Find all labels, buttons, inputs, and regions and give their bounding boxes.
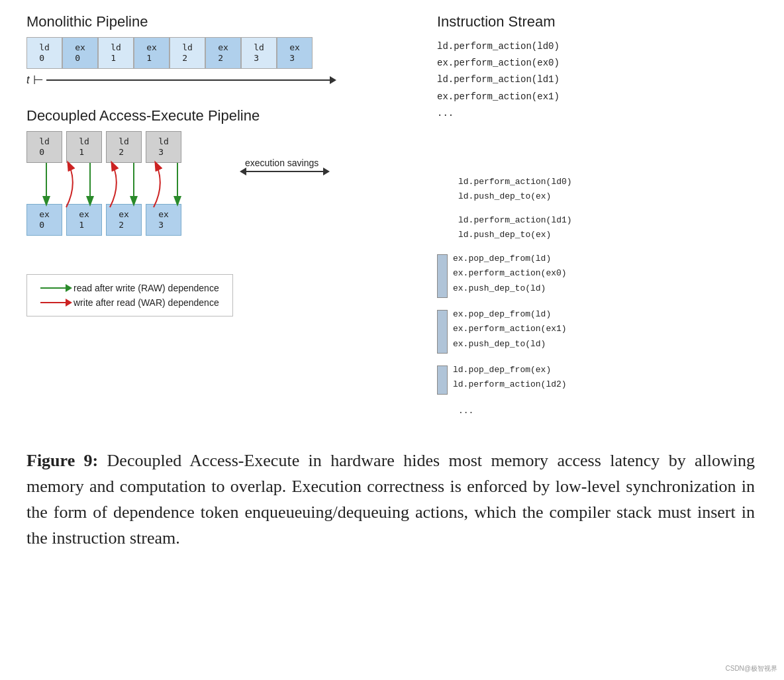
pipeline-cell-ld2: ld2: [170, 37, 205, 69]
decoupled-instr-group-4: ld.pop_dep_from(ex)ld.perform_action(ld2…: [437, 363, 758, 395]
instr-lines-5: ...: [458, 404, 473, 418]
instr-lines-1: ld.perform_action(ld1)ld.push_dep_to(ex): [458, 213, 572, 242]
instr-line: ld.perform_action(ld1): [458, 213, 572, 228]
instruction-stream-title: Instruction Stream: [437, 13, 758, 30]
monolithic-instructions: ld.perform_action(ld0)ex.perform_action(…: [437, 38, 758, 122]
pipeline-cell-ex3: ex3: [277, 37, 313, 69]
pipeline-cell-ld0: ld0: [26, 37, 62, 69]
dep-token-2: [437, 254, 448, 298]
monolithic-pipeline-row: ld0ex0ld1ex1ld2ex2ld3ex3: [26, 37, 411, 69]
instr-line: ex.perform_action(ex1): [453, 322, 567, 336]
instr-lines-0: ld.perform_action(ld0)ld.push_dep_to(ex): [458, 175, 572, 204]
instr-line: ex.push_dep_to(ld): [453, 281, 567, 296]
instr-line: ld.push_dep_to(ex): [458, 228, 572, 242]
decoupled-instr-group-2: ex.pop_dep_from(ld)ex.perform_action(ex0…: [437, 252, 758, 298]
mono-instr-line: ...: [437, 105, 758, 122]
decoupled-section: Decoupled Access-Execute Pipeline ld0ld1…: [26, 107, 411, 316]
dep-token-3: [437, 310, 448, 354]
legend-raw-text: read after write (RAW) dependence: [74, 283, 219, 293]
pipeline-cell-ex2: ex2: [205, 37, 241, 69]
legend-war-text: write after read (WAR) dependence: [74, 297, 219, 308]
red-arrow-icon: [40, 302, 67, 303]
execution-savings-label: execution savings: [245, 158, 324, 168]
savings-arrow-line: [245, 171, 324, 172]
decoupled-diagram: ld0ld1ld2ld3 ex0ex1ex2ex3: [26, 131, 212, 264]
time-axis: t ⊢: [26, 73, 411, 87]
figure-caption: Figure 9: Decoupled Access-Execute in ha…: [26, 448, 755, 551]
mono-instr-line: ld.perform_action(ld0): [437, 38, 758, 55]
decoupled-title: Decoupled Access-Execute Pipeline: [26, 107, 411, 124]
instr-line: ld.perform_action(ld2): [453, 377, 567, 392]
dep-token-4: [437, 365, 448, 395]
instr-line: ex.perform_action(ex0): [453, 266, 567, 281]
mono-instr-line: ex.perform_action(ex1): [437, 89, 758, 105]
time-arrow: [46, 79, 331, 81]
mono-instr-line: ex.perform_action(ex0): [437, 55, 758, 72]
pipeline-cell-ld1: ld1: [98, 37, 134, 69]
instr-line: ex.pop_dep_from(ld): [453, 252, 567, 266]
decoupled-instr-group-3: ex.pop_dep_from(ld)ex.perform_action(ex1…: [437, 307, 758, 354]
pipeline-cell-ex1: ex1: [134, 37, 170, 69]
mono-instr-line: ld.perform_action(ld1): [437, 72, 758, 88]
legend-item-war: write after read (WAR) dependence: [40, 297, 219, 308]
instr-line: ld.pop_dep_from(ex): [453, 363, 567, 377]
figure-number: Figure 9:: [26, 451, 98, 470]
dependency-arrows: [26, 131, 212, 264]
time-label: t: [26, 74, 29, 86]
decoupled-instr-group-1: ld.perform_action(ld1)ld.push_dep_to(ex): [437, 213, 758, 242]
instr-line: ex.pop_dep_from(ld): [453, 307, 567, 322]
instr-line: ex.push_dep_to(ld): [453, 337, 567, 352]
instr-line: ld.perform_action(ld0): [458, 175, 572, 189]
legend: read after write (RAW) dependence write …: [26, 274, 233, 316]
monolithic-section: Monolithic Pipeline ld0ex0ld1ex1ld2ex2ld…: [26, 13, 411, 87]
monolithic-title: Monolithic Pipeline: [26, 13, 411, 30]
instr-lines-3: ex.pop_dep_from(ld)ex.perform_action(ex1…: [453, 307, 567, 351]
execution-savings-area: execution savings: [225, 131, 324, 172]
decoupled-instr-group-0: ld.perform_action(ld0)ld.push_dep_to(ex): [437, 175, 758, 204]
decoupled-instructions: ld.perform_action(ld0)ld.push_dep_to(ex)…: [437, 175, 758, 428]
green-arrow-icon: [40, 287, 67, 289]
instr-line: ld.push_dep_to(ex): [458, 189, 572, 204]
instr-lines-2: ex.pop_dep_from(ld)ex.perform_action(ex0…: [453, 252, 567, 295]
savings-arrow: [245, 171, 324, 172]
instr-line: ...: [458, 404, 473, 418]
legend-item-raw: read after write (RAW) dependence: [40, 283, 219, 293]
instruction-stream-section: Instruction Stream ld.perform_action(ld0…: [437, 13, 758, 428]
decoupled-instr-group-5: ...: [437, 404, 758, 418]
caption-text: Decoupled Access-Execute in hardware hid…: [26, 451, 755, 548]
instr-lines-4: ld.pop_dep_from(ex)ld.perform_action(ld2…: [453, 363, 567, 392]
watermark: CSDN@极智视界: [726, 664, 778, 673]
pipeline-cell-ld3: ld3: [241, 37, 277, 69]
pipeline-cell-ex0: ex0: [62, 37, 98, 69]
